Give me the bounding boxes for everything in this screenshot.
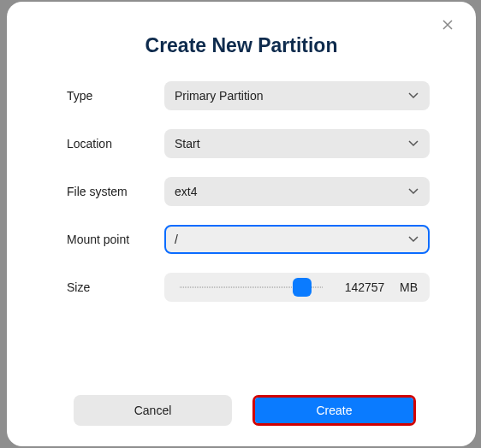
field-filesystem-row: File system ext4 — [38, 177, 445, 206]
field-mountpoint-select[interactable]: / — [164, 225, 430, 254]
field-size-row: Size 142757 MB — [38, 273, 445, 302]
size-unit: MB — [392, 280, 418, 294]
field-filesystem-label: File system — [67, 185, 164, 198]
field-location-row: Location Start — [38, 129, 445, 158]
form: Type Primary Partition Location Start Fi… — [38, 81, 445, 395]
slider-thumb[interactable] — [293, 278, 312, 297]
create-button[interactable]: Create — [255, 398, 413, 423]
create-partition-dialog: Create New Partition Type Primary Partit… — [7, 2, 476, 446]
chevron-down-icon — [407, 233, 419, 245]
field-filesystem-select[interactable]: ext4 — [164, 177, 430, 206]
field-size-label: Size — [67, 280, 164, 294]
size-value: 142757 — [337, 280, 392, 294]
field-type-value: Primary Partition — [175, 89, 407, 103]
dialog-title: Create New Partition — [38, 34, 445, 57]
field-type-row: Type Primary Partition — [38, 81, 445, 110]
field-filesystem-value: ext4 — [175, 185, 407, 198]
field-location-select[interactable]: Start — [164, 129, 430, 158]
field-type-select[interactable]: Primary Partition — [164, 81, 430, 110]
size-slider[interactable] — [180, 284, 324, 291]
chevron-down-icon — [407, 90, 419, 102]
field-mountpoint-row: Mount point / — [38, 225, 445, 254]
create-button-highlight: Create — [252, 395, 416, 426]
dialog-footer: Cancel Create — [38, 395, 445, 426]
field-type-label: Type — [67, 89, 164, 103]
field-location-label: Location — [67, 137, 164, 150]
field-location-value: Start — [175, 137, 407, 150]
chevron-down-icon — [407, 138, 419, 150]
field-mountpoint-value: / — [175, 233, 407, 246]
cancel-button[interactable]: Cancel — [74, 395, 232, 426]
size-slider-container: 142757 MB — [164, 273, 430, 302]
chevron-down-icon — [407, 186, 419, 197]
close-icon — [442, 19, 454, 33]
close-button[interactable] — [442, 19, 457, 34]
field-mountpoint-label: Mount point — [67, 233, 164, 246]
